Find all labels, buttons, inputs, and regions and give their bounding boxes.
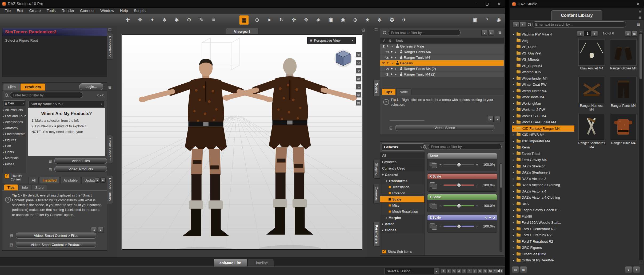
tab-smart-content[interactable]: Smart Content xyxy=(107,135,113,163)
scroll-down-icon[interactable] xyxy=(639,260,643,264)
increment-button[interactable] xyxy=(476,204,478,208)
category-item[interactable]: Figures xyxy=(2,137,26,143)
category-item[interactable]: Lost and Found xyxy=(2,113,26,119)
lesson-page-button[interactable]: 4 xyxy=(457,269,462,274)
expander-icon[interactable] xyxy=(513,171,515,174)
info-tab[interactable]: Info xyxy=(19,184,31,190)
expander-icon[interactable] xyxy=(513,240,515,243)
parameter-slider[interactable]: X Scale xyxy=(427,174,497,192)
expander-icon[interactable] xyxy=(513,96,515,99)
install-tab[interactable]: All xyxy=(29,177,39,183)
toolbar-icon[interactable]: ✱ xyxy=(172,15,181,24)
expander-icon[interactable] xyxy=(513,121,515,124)
slider-thumb[interactable] xyxy=(456,162,462,167)
parameter-category[interactable]: Rotation xyxy=(380,190,424,196)
expander-icon[interactable] xyxy=(382,229,383,231)
video-products-button[interactable]: Video: Products xyxy=(54,166,107,172)
minimize-button[interactable]: ─ xyxy=(470,0,481,7)
info-tab[interactable]: Node xyxy=(396,89,411,95)
expander-icon[interactable] xyxy=(3,115,5,117)
close-button[interactable]: ✕ xyxy=(493,0,505,7)
expander-icon[interactable] xyxy=(513,246,515,249)
scroll-left-button[interactable] xyxy=(95,178,100,183)
tab-content-library[interactable]: Content Library xyxy=(551,10,602,21)
install-tab[interactable]: Installed xyxy=(39,177,60,183)
lesson-page-button[interactable]: 3 xyxy=(451,269,456,274)
folder-item[interactable]: GRC Figures xyxy=(512,245,574,251)
dock-icon[interactable] xyxy=(638,15,642,19)
toolbar-icon[interactable]: ↻ xyxy=(277,15,286,24)
tab-render-library[interactable]: Render Library xyxy=(107,175,113,204)
pane-menu-icon[interactable] xyxy=(498,30,502,34)
toolbar-icon[interactable]: ▣ xyxy=(471,15,480,24)
decrement-button[interactable] xyxy=(439,224,442,228)
scene-node-row[interactable]: Genesis 8 Male xyxy=(380,44,504,49)
forward-button[interactable] xyxy=(519,22,526,28)
maximize-button[interactable]: ▢ xyxy=(481,0,493,7)
filter-by-context-checkbox[interactable] xyxy=(5,174,9,178)
expander-icon[interactable] xyxy=(3,133,5,135)
pane-menu-icon[interactable] xyxy=(108,85,111,89)
menu-item[interactable]: Window xyxy=(97,8,117,14)
list-view-icon[interactable] xyxy=(625,31,631,37)
products-filter-input[interactable] xyxy=(10,92,83,98)
pane-menu-icon[interactable] xyxy=(637,22,640,26)
library-search-input[interactable] xyxy=(532,21,626,28)
toolbar-icon[interactable]: ❄ xyxy=(160,15,169,24)
menu-item[interactable]: Connect xyxy=(77,8,97,14)
visibility-eye-icon[interactable] xyxy=(385,50,389,54)
toolbar-icon[interactable]: ✈ xyxy=(400,15,409,24)
sort-dropdown[interactable]: Sort by Name : A to Z xyxy=(28,101,105,107)
category-item[interactable]: Hair xyxy=(2,143,26,149)
product-thumbnail[interactable] xyxy=(610,39,637,66)
folder-item[interactable]: Zero-Gravity M4 xyxy=(512,157,574,163)
next-page-button[interactable] xyxy=(592,31,598,37)
menu-item[interactable]: Create xyxy=(26,8,44,14)
expander-icon[interactable] xyxy=(513,190,515,193)
menu-item[interactable]: File xyxy=(2,8,14,14)
visibility-eye-icon[interactable] xyxy=(385,67,389,70)
viewport-3d-view[interactable]: Perspective View ⊕⊖↻⇄⇅◎▦ xyxy=(122,34,362,250)
parameter-category[interactable]: Translation xyxy=(380,184,424,190)
grid-view-icon[interactable] xyxy=(631,31,637,37)
folder-item[interactable]: Vladimir PW Mike 4 xyxy=(512,31,574,38)
prev-tip-button[interactable] xyxy=(488,116,494,122)
scene-node-row[interactable]: Ranger Pants M4 (2) xyxy=(380,66,504,72)
folder-item[interactable]: WW2 US GI M4 xyxy=(512,113,574,119)
toolbar-icon[interactable]: ✦ xyxy=(148,15,157,24)
expander-icon[interactable] xyxy=(3,163,5,166)
viewport-tool-icon[interactable]: ◎ xyxy=(356,92,361,97)
show-sub-items-checkbox[interactable] xyxy=(382,250,386,254)
dock-tab[interactable]: Timeline xyxy=(248,259,274,267)
selectable-cursor-icon[interactable] xyxy=(387,61,390,65)
expander-icon[interactable] xyxy=(513,89,515,92)
folder-item[interactable]: VS_SuperM4 xyxy=(512,63,574,69)
expander-icon[interactable] xyxy=(3,139,5,142)
menu-item[interactable]: Edit xyxy=(14,8,26,14)
product-item[interactable]: Ranger Gloves M4 xyxy=(609,39,638,74)
viewport-tool-icon[interactable]: ⇅ xyxy=(356,84,361,89)
toolbar-icon[interactable]: ? xyxy=(482,15,491,24)
toolbar-icon[interactable]: ⊙ xyxy=(253,15,262,24)
expander-icon[interactable] xyxy=(513,108,515,111)
decrement-button[interactable] xyxy=(439,163,442,167)
toolbar-icon[interactable]: ≡ xyxy=(209,15,218,24)
expander-icon[interactable] xyxy=(513,165,515,168)
product-thumbnail[interactable] xyxy=(578,39,605,66)
folder-item[interactable]: WorkingMan xyxy=(512,100,574,107)
selectable-cursor-icon[interactable] xyxy=(390,56,394,59)
expander-icon[interactable] xyxy=(386,216,387,219)
lesson-page-button[interactable]: 8 xyxy=(478,269,482,274)
prev-page-button[interactable] xyxy=(577,31,583,37)
active-tool-icon[interactable]: ▦ xyxy=(239,15,249,25)
folder-item[interactable]: Flak88 xyxy=(512,213,574,220)
expander-icon[interactable] xyxy=(513,127,515,130)
expander-icon[interactable] xyxy=(513,259,515,262)
expander-icon[interactable] xyxy=(513,196,515,199)
visibility-eye-icon[interactable] xyxy=(385,72,389,76)
expander-icon[interactable] xyxy=(513,209,515,211)
slider-track[interactable] xyxy=(443,164,474,165)
product-item[interactable]: Ranger Scabbards M4 xyxy=(577,114,606,149)
scroll-right-button[interactable] xyxy=(101,178,106,183)
parameter-category[interactable]: Actor xyxy=(380,221,424,227)
